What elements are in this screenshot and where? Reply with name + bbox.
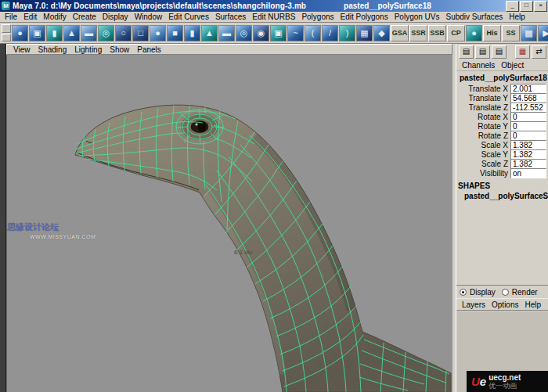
panel-menu-view[interactable]: View bbox=[9, 45, 34, 54]
channel-label: Rotate X bbox=[458, 113, 510, 121]
shape-node-name[interactable]: pasted__polySurfaceSha bbox=[456, 190, 548, 200]
channel-label: Scale Y bbox=[458, 150, 510, 159]
shelf-tab-selector[interactable] bbox=[2, 24, 11, 41]
viewport-menubar: ViewShadingLightingShowPanels bbox=[6, 44, 452, 55]
close-button[interactable]: × bbox=[534, 1, 547, 12]
nurbs-plane-icon[interactable]: ▬ bbox=[81, 25, 97, 41]
poly-cube-icon[interactable]: ■ bbox=[167, 25, 183, 41]
layer-editor-mode: Display Render bbox=[456, 286, 548, 298]
menu-create[interactable]: Create bbox=[70, 13, 99, 21]
speed-toggle-icon[interactable]: ⇄ bbox=[532, 45, 546, 59]
ipr-render-icon[interactable]: ▶ bbox=[538, 25, 548, 41]
layers-menu[interactable]: Layers bbox=[459, 300, 489, 309]
render-radio-label[interactable]: Render bbox=[512, 288, 538, 297]
shelf-tab-down-icon[interactable] bbox=[2, 34, 11, 42]
shelf-ssr-button[interactable]: SSR bbox=[409, 25, 427, 41]
channel-box-header: ▤ ▤ ▤ ▦ ⇄ bbox=[456, 44, 548, 59]
menu-polygons[interactable]: Polygons bbox=[298, 13, 337, 21]
shelf-ss-button[interactable]: SS bbox=[502, 25, 520, 41]
channel-box-menus: Channels Object bbox=[456, 59, 548, 71]
shelf-his-button[interactable]: His bbox=[483, 25, 501, 41]
lattice-icon[interactable]: ▦ bbox=[356, 25, 373, 41]
nurbs-cube-icon[interactable]: ▣ bbox=[29, 25, 45, 41]
subdiv-sphere-icon[interactable]: ◉ bbox=[253, 25, 269, 41]
poly-cone-icon[interactable]: ▲ bbox=[201, 25, 218, 41]
menu-edit-polygons[interactable]: Edit Polygons bbox=[337, 13, 391, 21]
selected-object-name[interactable]: pasted__polySurface18 bbox=[456, 71, 548, 84]
menu-modify[interactable]: Modify bbox=[40, 13, 69, 21]
channel-row: Visibilityon bbox=[458, 168, 546, 178]
channel-row: Translate Z-112.552 bbox=[458, 102, 546, 112]
shelf-gsa-button[interactable]: GSA bbox=[391, 25, 409, 41]
options-menu[interactable]: Options bbox=[489, 300, 521, 309]
render-globals-icon[interactable]: ▩ bbox=[521, 25, 537, 41]
arc-tool-icon[interactable]: ) bbox=[339, 25, 355, 41]
channel-box-panel: ▤ ▤ ▤ ▦ ⇄ Channels Object pasted__polySu… bbox=[456, 44, 548, 392]
poly-cylinder-icon[interactable]: ▮ bbox=[184, 25, 200, 41]
window-title: Maya 7.0: d:\My Documents\maya\projects\… bbox=[13, 2, 306, 10]
object-menu[interactable]: Object bbox=[498, 61, 527, 70]
help-menu[interactable]: Help bbox=[521, 300, 544, 309]
poly-sphere-icon[interactable]: ● bbox=[150, 25, 166, 41]
perspective-viewport: ViewShadingLightingShowPanels bbox=[6, 44, 452, 392]
menu-polygon-uvs[interactable]: Polygon UVs bbox=[391, 13, 443, 21]
display-radio[interactable] bbox=[460, 289, 467, 296]
menu-display[interactable]: Display bbox=[99, 13, 132, 21]
shapes-header: SHAPES bbox=[456, 178, 548, 190]
menu-subdiv-surfaces[interactable]: Subdiv Surfaces bbox=[442, 13, 506, 21]
nurbs-circle-icon[interactable]: ○ bbox=[115, 25, 132, 41]
shelf-ssb-button[interactable]: SSB bbox=[428, 25, 446, 41]
nurbs-torus-icon[interactable]: ◎ bbox=[98, 25, 114, 41]
layer-editor-menus: Layers Options Help bbox=[456, 298, 548, 311]
menu-edit[interactable]: Edit bbox=[20, 13, 40, 21]
channel-list-icon-2[interactable]: ▤ bbox=[475, 45, 490, 59]
channel-row: Scale Z1.382 bbox=[458, 159, 546, 168]
nurbs-cylinder-icon[interactable]: ▮ bbox=[46, 25, 63, 41]
channel-label: Translate X bbox=[458, 85, 510, 93]
nurbs-sphere-icon[interactable]: ● bbox=[12, 25, 28, 41]
subdiv-cube-icon[interactable]: ▣ bbox=[270, 25, 287, 41]
menu-surfaces[interactable]: Surfaces bbox=[212, 13, 249, 21]
panel-menu-panels[interactable]: Panels bbox=[133, 45, 165, 54]
shelf: ●▣▮▲▬◎○□●■▮▲▬◎◉▣~(/)▦◆GSASSRSSBCP●HisSS▩… bbox=[0, 23, 548, 44]
viewport-canvas[interactable]: 6.1 div bbox=[6, 55, 452, 392]
channel-row: Rotate X0 bbox=[458, 112, 546, 121]
maya-app-icon: M bbox=[2, 2, 10, 10]
channel-row: Rotate Y0 bbox=[458, 121, 546, 131]
channel-list-icon-3[interactable]: ▤ bbox=[492, 45, 507, 59]
history-toggle-icon[interactable]: ● bbox=[466, 25, 482, 41]
cluster-icon[interactable]: ◆ bbox=[373, 25, 390, 41]
menu-file[interactable]: File bbox=[2, 13, 20, 21]
cv-curve-icon[interactable]: ~ bbox=[287, 25, 304, 41]
menu-help[interactable]: Help bbox=[506, 13, 528, 21]
channel-label: Rotate Y bbox=[458, 122, 510, 131]
channel-value-field[interactable]: on bbox=[510, 168, 546, 178]
render-radio[interactable] bbox=[502, 289, 509, 296]
channel-row: Scale X1.382 bbox=[458, 140, 546, 149]
channel-label: Scale Z bbox=[458, 160, 510, 168]
ep-curve-icon[interactable]: ( bbox=[305, 25, 321, 41]
shelf-tab-up-icon[interactable] bbox=[2, 24, 11, 33]
manipulator-icon[interactable]: ▦ bbox=[515, 45, 530, 59]
channel-list-icon-1[interactable]: ▤ bbox=[459, 45, 474, 59]
shelf-cp-button[interactable]: CP bbox=[447, 25, 465, 41]
logo-sub-text: 优一动画 bbox=[489, 382, 521, 390]
panel-menu-show[interactable]: Show bbox=[106, 45, 133, 54]
display-radio-label[interactable]: Display bbox=[470, 288, 496, 297]
nurbs-cone-icon[interactable]: ▲ bbox=[63, 25, 80, 41]
panel-menu-lighting[interactable]: Lighting bbox=[70, 45, 106, 54]
minimize-button[interactable]: _ bbox=[506, 1, 519, 12]
channels-menu[interactable]: Channels bbox=[459, 61, 498, 70]
poly-plane-icon[interactable]: ▬ bbox=[218, 25, 235, 41]
menu-edit-curves[interactable]: Edit Curves bbox=[165, 13, 212, 21]
pencil-curve-icon[interactable]: / bbox=[322, 25, 338, 41]
active-object-title: pasted__polySurface18 bbox=[344, 2, 431, 10]
poly-torus-icon[interactable]: ◎ bbox=[236, 25, 252, 41]
menu-edit-nurbs[interactable]: Edit NURBS bbox=[249, 13, 298, 21]
maximize-button[interactable]: □ bbox=[520, 1, 533, 12]
panel-menu-shading[interactable]: Shading bbox=[34, 45, 71, 54]
nurbs-square-icon[interactable]: □ bbox=[132, 25, 149, 41]
channel-label: Translate Y bbox=[458, 94, 510, 102]
menu-window[interactable]: Window bbox=[132, 13, 166, 21]
toolbox-strip[interactable] bbox=[0, 44, 6, 392]
